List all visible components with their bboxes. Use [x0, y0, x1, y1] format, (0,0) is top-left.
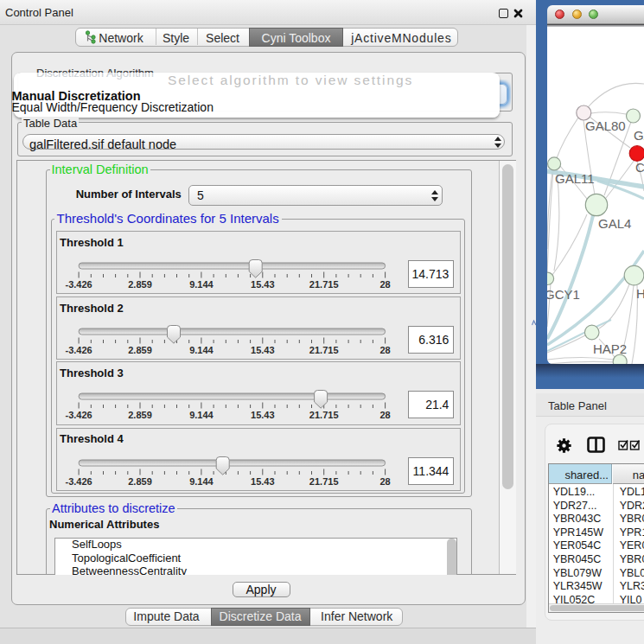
svg-text:GA: GA — [634, 128, 644, 143]
svg-text:-3.426: -3.426 — [65, 279, 92, 290]
svg-text:15.43: 15.43 — [251, 279, 275, 290]
svg-text:9.144: 9.144 — [189, 279, 214, 290]
svg-text:GCY1: GCY1 — [547, 287, 580, 302]
svg-text:GAL4: GAL4 — [598, 215, 631, 230]
svg-text:2.859: 2.859 — [128, 279, 152, 290]
svg-text:GAL80: GAL80 — [585, 118, 626, 133]
svg-text:HAP2: HAP2 — [593, 341, 627, 355]
svg-text:28: 28 — [379, 279, 390, 290]
svg-text:C: C — [635, 160, 644, 175]
svg-text:H: H — [636, 286, 644, 301]
svg-text:GAL11: GAL11 — [555, 171, 595, 186]
svg-text:21.715: 21.715 — [309, 279, 338, 290]
